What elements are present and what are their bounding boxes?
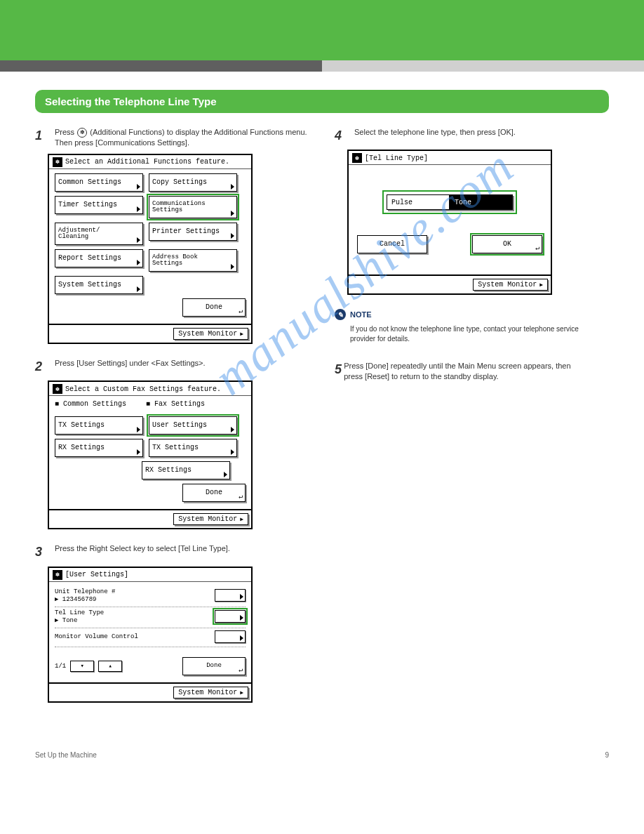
- btn-rx-settings-common[interactable]: RX Settings: [55, 439, 143, 457]
- step-2-text: Press [User Settings] under <Fax Setting…: [55, 358, 309, 369]
- lcd-fax-settings: ✽ Select a Custom Fax Settings feature. …: [48, 380, 253, 529]
- lcd-header-icon: ✽: [53, 384, 62, 394]
- lcd-header-icon: ✽: [53, 570, 62, 580]
- footer-left: Set Up the Machine: [35, 751, 97, 759]
- lcd4-title: [Tel Line Type]: [365, 154, 428, 162]
- btn-tx-settings-common[interactable]: TX Settings: [55, 416, 143, 435]
- col-fax-label: ■ Fax Settings: [146, 400, 205, 408]
- tel-type-group: Pulse Tone: [382, 190, 517, 214]
- step-5-num: 5: [335, 361, 344, 382]
- btn-system-monitor[interactable]: System Monitor▶: [173, 328, 248, 340]
- pager-count: 1/1: [55, 663, 66, 670]
- btn-rx-settings-fax[interactable]: RX Settings: [142, 461, 230, 479]
- lcd2-title: Select a Custom Fax Settings feature.: [65, 385, 221, 393]
- btn-cancel[interactable]: Cancel: [357, 235, 427, 253]
- row-monitor-volume: Monitor Volume Control: [55, 628, 246, 647]
- btn-copy-settings[interactable]: Copy Settings: [149, 173, 237, 192]
- lcd-tel-line-type: ✽ [Tel Line Type] Pulse Tone Cancel OK↵: [347, 150, 552, 295]
- row-monitor-volume-select[interactable]: [215, 630, 246, 643]
- step-3: 3 Press the Right Select key to select […: [35, 543, 309, 560]
- btn-system-monitor[interactable]: System Monitor▶: [173, 687, 248, 699]
- lcd-user-settings: ✽ [User Settings] Unit Telephone # ▶ 123…: [48, 567, 253, 703]
- step-1-num: 1: [35, 127, 51, 144]
- note-heading: ✎ NOTE: [335, 309, 609, 320]
- step-1: 1 Press ✽ (Additional Functions) to disp…: [35, 127, 309, 148]
- btn-tx-settings-fax[interactable]: TX Settings: [149, 439, 237, 457]
- btn-pulse[interactable]: Pulse: [387, 194, 450, 210]
- row-unit-telephone-select[interactable]: [215, 589, 246, 602]
- btn-printer-settings[interactable]: Printer Settings: [149, 223, 237, 241]
- btn-adjustment-cleaning[interactable]: Adjustment/ Cleaning: [55, 223, 143, 245]
- step-4: 4 Select the telephone line type, then p…: [335, 127, 609, 144]
- footer-right: 9: [605, 751, 609, 759]
- step-2-num: 2: [35, 358, 51, 375]
- pager-up-button[interactable]: ▴: [98, 661, 122, 672]
- lcd1-title: Select an Additional Functions feature.: [65, 158, 229, 166]
- btn-timer-settings[interactable]: Timer Settings: [55, 196, 143, 214]
- btn-done[interactable]: Done↵: [182, 484, 246, 502]
- step-3-text: Press the Right Select key to select [Te…: [55, 543, 309, 554]
- btn-system-monitor[interactable]: System Monitor▶: [473, 279, 548, 291]
- row-unit-telephone: Unit Telephone # ▶ 123456789: [55, 586, 246, 607]
- lcd-additional-functions: ✽ Select an Additional Functions feature…: [48, 154, 253, 344]
- additional-functions-icon: ✽: [77, 128, 87, 138]
- btn-system-monitor[interactable]: System Monitor▶: [173, 513, 248, 525]
- btn-ok[interactable]: OK↵: [472, 235, 542, 253]
- note-icon: ✎: [335, 309, 346, 320]
- pager-down-button[interactable]: ▾: [70, 661, 94, 672]
- btn-report-settings[interactable]: Report Settings: [55, 249, 143, 267]
- step-4-text: Select the telephone line type, then pre…: [354, 127, 609, 138]
- header-green-bar: [0, 0, 644, 60]
- lcd-header-icon: ✽: [53, 157, 62, 167]
- step-4-num: 4: [335, 127, 350, 144]
- btn-done[interactable]: Done↵: [182, 298, 246, 317]
- step-5-text: Press [Done] repeatedly until the Main M…: [344, 361, 573, 382]
- step-2: 2 Press [User Settings] under <Fax Setti…: [35, 358, 309, 375]
- step-3-num: 3: [35, 543, 51, 560]
- note-text: If you do not know the telephone line ty…: [350, 324, 589, 344]
- step-1-text: Press ✽ (Additional Functions) to displa…: [55, 127, 309, 148]
- btn-user-settings[interactable]: User Settings: [149, 416, 237, 435]
- header-grey-bar: [0, 60, 644, 72]
- btn-address-book-settings[interactable]: Address Book Settings: [149, 249, 237, 272]
- btn-done[interactable]: Done↵: [182, 657, 246, 675]
- btn-communications-settings[interactable]: Communications Settings: [149, 196, 237, 218]
- lcd-header-icon: ✽: [352, 153, 362, 163]
- btn-common-settings[interactable]: Common Settings: [55, 173, 143, 192]
- btn-system-settings[interactable]: System Settings: [55, 276, 143, 294]
- btn-tone[interactable]: Tone: [450, 194, 513, 210]
- row-tel-line-type-select[interactable]: [215, 610, 246, 623]
- step-5: 5 Press [Done] repeatedly until the Main…: [335, 361, 573, 382]
- col-common-label: ■ Common Settings: [55, 400, 126, 408]
- section-title: Selecting the Telephone Line Type: [35, 90, 609, 113]
- row-tel-line-type: Tel Line Type ▶ Tone: [55, 607, 246, 628]
- lcd3-title: [User Settings]: [65, 571, 128, 578]
